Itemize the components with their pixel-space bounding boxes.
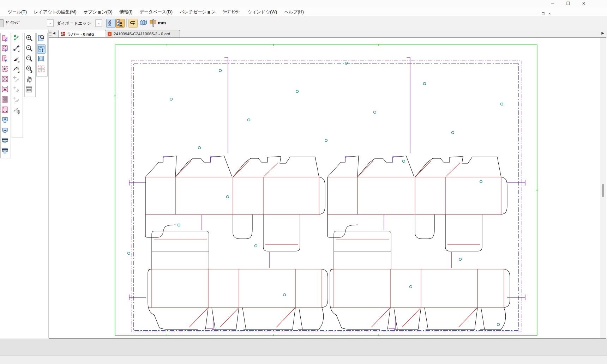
zoom-point-icon[interactable] — [25, 44, 34, 54]
view-tools-panel — [36, 33, 48, 77]
toolbar-separator — [126, 19, 127, 27]
corner-dots-plus-icon[interactable] — [1, 75, 10, 84]
tabbar-grip[interactable] — [49, 31, 52, 36]
hole-mark — [497, 323, 500, 326]
rule-lines-icon[interactable] — [1, 136, 10, 146]
clipped-toolbar-icon — [0, 19, 4, 27]
toolbar: ﾀﾞｲｴｯｼﾞ ⌄ ダイボードエッジ ⌄ — [0, 16, 607, 30]
hole-mark — [403, 160, 405, 163]
menu-item-2[interactable]: オプション(O) — [80, 8, 116, 16]
zoom-in-icon[interactable] — [25, 34, 34, 43]
hole-mark — [423, 83, 426, 85]
menu-item-3[interactable]: 情報(I) — [116, 8, 136, 16]
move-copy-icon[interactable] — [12, 75, 21, 84]
zoom-page-icon[interactable] — [37, 34, 46, 43]
hole-mark — [325, 139, 327, 142]
tool-dock: R — [0, 30, 49, 338]
document-tab-bar: ◀ ラバー - 0 mfg x 24100945-C24110065-2 - 0… — [48, 30, 607, 38]
menu-bar: ツール(T)レイアウトの編集(M)オプション(O)情報(I)データベース(D)パ… — [0, 8, 607, 16]
pieces-info-icon[interactable] — [37, 44, 46, 54]
checklist-icon[interactable] — [106, 19, 115, 28]
measure-radius-icon[interactable]: R — [12, 65, 21, 74]
mdi-window-controls[interactable]: ‒ ❐ ✕ — [536, 12, 552, 16]
measure-angle-icon[interactable] — [12, 55, 21, 64]
pushpin-icon[interactable] — [149, 19, 157, 27]
die-edge-combo-arrow[interactable]: ⌄ — [47, 19, 54, 27]
title-bar: ─ ❐ ✕ — [0, 0, 607, 8]
tab-label: ラバー - 0 mfg — [67, 32, 94, 36]
hole-mark — [296, 90, 299, 93]
hole-mark — [227, 196, 229, 198]
carton-row-bottom-right — [330, 269, 510, 329]
hole-mark — [410, 286, 412, 288]
tab-design-ard[interactable]: 24100945-C24110065-2 - 0 ard — [105, 30, 180, 37]
menu-item-0[interactable]: ツール(T) — [4, 8, 30, 16]
carton-row-top-right — [327, 156, 507, 269]
hole-mark — [178, 224, 180, 226]
hole-mark — [170, 98, 173, 101]
dieboard-edge-combo-arrow[interactable]: ⌄ — [95, 19, 102, 27]
design-doc-icon — [107, 32, 112, 36]
die-layout-drawing — [49, 38, 600, 338]
carton-row-top-left — [145, 156, 325, 269]
hole-mark — [374, 111, 376, 114]
scrollbar-thumb[interactable] — [602, 184, 604, 197]
perf-holes-icon[interactable] — [1, 126, 10, 135]
measure-clock-icon[interactable] — [12, 34, 21, 43]
tab-scroll-left-button[interactable]: ◀ — [53, 31, 55, 35]
grid-squares-icon[interactable] — [1, 96, 10, 105]
tab-label: 24100945-C24110065-2 - 0 ard — [114, 32, 170, 36]
move-mirror-icon[interactable] — [12, 96, 21, 105]
measure-tools-panel: R — [12, 33, 23, 138]
layout-pieces-icon[interactable] — [139, 19, 148, 27]
menu-item-6[interactable]: ｳｪﾌﾞｾﾝﾀｰ — [219, 8, 244, 17]
carton-row-bottom-left — [148, 269, 328, 329]
pan-hand-icon[interactable] — [25, 75, 34, 84]
notch-plus-icon[interactable] — [1, 85, 10, 95]
window-minimize-button[interactable]: ─ — [545, 0, 560, 7]
window-close-button[interactable]: ✕ — [576, 0, 591, 7]
fit-width-icon[interactable] — [37, 55, 46, 64]
hole-mark — [255, 245, 257, 247]
dieboard-edge-combo-label[interactable]: ダイボードエッジ — [56, 20, 91, 26]
drawing-canvas[interactable] — [49, 37, 606, 339]
hole-mark — [283, 294, 286, 296]
zoom-tools-panel — [24, 33, 36, 97]
hole-mark — [501, 103, 503, 105]
hole-mark — [459, 258, 462, 261]
dieboard-hole-marks — [128, 62, 503, 326]
fit-crosshair-icon[interactable] — [37, 65, 46, 74]
move-flash-icon[interactable] — [12, 106, 21, 115]
dots-box-icon[interactable] — [1, 106, 10, 115]
vertical-scrollbar[interactable] — [600, 38, 606, 338]
svg-text:R: R — [17, 67, 19, 71]
window-maximize-button[interactable]: ❐ — [560, 0, 576, 7]
die-holes-flash-icon[interactable] — [1, 44, 10, 54]
return-arrow-icon[interactable] — [128, 19, 138, 28]
die-shape-flash-icon[interactable] — [1, 34, 10, 43]
layout-grid-icon — [61, 32, 65, 36]
menu-item-8[interactable]: ヘルプ(H) — [281, 8, 307, 16]
measure-distance-icon[interactable] — [12, 44, 21, 54]
menu-item-1[interactable]: レイアウトの編集(M) — [30, 8, 80, 16]
rule-lines2-icon[interactable] — [1, 147, 10, 156]
menu-item-7[interactable]: ウィンドウ(W) — [244, 8, 281, 16]
move-copy2-icon[interactable] — [12, 85, 21, 95]
menu-item-5[interactable]: パレチゼーション — [176, 8, 219, 16]
dashed-box-plus-icon[interactable] — [1, 65, 10, 74]
preview-eye-icon[interactable] — [25, 85, 34, 95]
toolbar-separator — [105, 19, 105, 27]
stitch-bridge-icon[interactable] — [1, 116, 10, 125]
zoom-clear-icon[interactable] — [25, 65, 34, 74]
menu-item-4[interactable]: データベース(D) — [136, 8, 176, 16]
app-background-band — [0, 339, 607, 356]
hole-mark — [219, 69, 222, 72]
checklist-user-icon[interactable] — [115, 19, 125, 28]
print-marks — [129, 57, 525, 300]
tab-scroll-right-button[interactable]: ▶ — [601, 31, 604, 35]
die-edge-combo-label[interactable]: ﾀﾞｲｴｯｼﾞ — [6, 20, 20, 25]
die-corner-flash-icon[interactable] — [1, 55, 10, 64]
hole-mark — [480, 181, 482, 183]
zoom-out-icon[interactable] — [25, 55, 34, 64]
units-label: mm — [158, 20, 166, 25]
